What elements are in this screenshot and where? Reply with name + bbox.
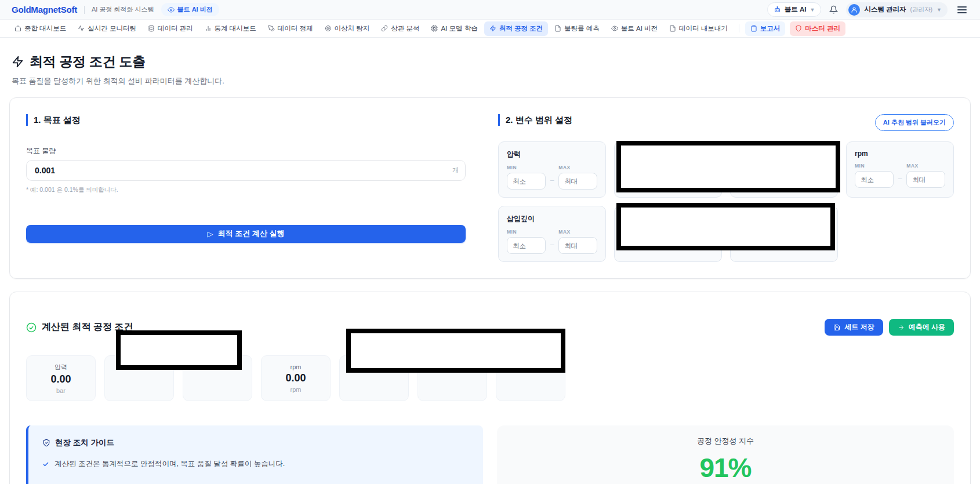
goal-unit-label: 개	[452, 166, 459, 174]
chevron-down-icon: ▼	[937, 7, 942, 13]
check-icon	[42, 461, 49, 468]
range-dash: –	[550, 176, 554, 190]
bolt-icon	[12, 56, 24, 68]
nav-item-data-management[interactable]: 데이터 관리	[143, 21, 198, 36]
max-label: MAX	[558, 229, 597, 235]
robot-icon	[774, 6, 781, 13]
activity-icon	[78, 25, 85, 32]
bolt-ai-label: 볼트 AI	[785, 5, 807, 14]
nav-item-realtime-monitoring[interactable]: 실시간 모니터링	[72, 21, 141, 36]
bar-chart-icon	[205, 25, 212, 32]
shield-check-icon	[42, 439, 50, 447]
max-label: MAX	[558, 165, 597, 170]
min-label: MIN	[507, 229, 546, 235]
divider	[739, 24, 739, 32]
goal-section-title: 1. 목표 설정	[26, 114, 466, 126]
document-icon	[554, 25, 561, 32]
clipboard-icon	[750, 25, 757, 32]
avatar	[848, 4, 860, 16]
main-nav: 종합 대시보드 실시간 모니터링 데이터 관리 통계 대시보드 데이터 정제 이…	[0, 20, 980, 38]
check-circle-icon	[26, 322, 37, 333]
rpm-min-input[interactable]	[855, 171, 894, 188]
nav-item-data-export[interactable]: 데이터 내보내기	[664, 21, 733, 36]
stability-value: 91%	[699, 452, 751, 483]
save-set-button[interactable]: 세트 저장	[825, 319, 883, 336]
nav-item-dashboard[interactable]: 종합 대시보드	[9, 21, 71, 36]
user-menu[interactable]: 시스템 관리자 (관리자) ▼	[846, 2, 948, 17]
goal-field-label: 목표 불량	[26, 146, 466, 156]
nav-item-bolt-ai-vision[interactable]: 볼트 AI 비전	[606, 21, 663, 36]
eye-icon	[168, 6, 175, 13]
nav-item-stats-dashboard[interactable]: 통계 대시보드	[199, 21, 262, 36]
result-card-pressure: 압력 0.00 bar	[26, 355, 96, 401]
stability-index-panel: 공정 안정성 지수 91% * 목표 달성 확률 및 데이터 신뢰도 기반	[497, 425, 954, 484]
database-icon	[148, 25, 155, 32]
redaction-box	[346, 329, 565, 373]
target-icon	[325, 25, 332, 32]
app-logo: GoldMagnetSoft	[12, 5, 77, 14]
rpm-max-input[interactable]	[906, 171, 945, 188]
main-content: 최적 공정 조건 도출 목표 품질을 달성하기 위한 최적의 설비 파라미터를 …	[0, 53, 980, 484]
goal-section: 1. 목표 설정 목표 불량 개 * 예: 0.001 은 0.1%를 의미합니…	[26, 114, 466, 262]
insert-depth-max-input[interactable]	[558, 237, 597, 254]
guide-message: 계산된 조건은 통계적으로 안정적이며, 목표 품질 달성 확률이 높습니다.	[55, 459, 285, 469]
stability-title: 공정 안정성 지수	[697, 436, 754, 446]
pressure-max-input[interactable]	[558, 173, 597, 190]
arrow-right-icon	[898, 324, 905, 331]
use-in-prediction-button[interactable]: 예측에 사용	[889, 319, 954, 336]
results-card: 계산된 최적 공정 조건 세트 저장 예측에 사용 압	[9, 292, 971, 484]
max-label: MAX	[906, 163, 945, 169]
vision-badge[interactable]: 볼트 AI 비전	[161, 3, 219, 16]
nav-item-ai-model-training[interactable]: AI 모델 학습	[426, 21, 482, 36]
guide-title: 현장 조치 가이드	[55, 438, 114, 448]
user-role: (관리자)	[910, 6, 933, 14]
parameter-box-pressure: 압력 MIN – MAX	[498, 141, 606, 198]
app-tagline: AI 공정 최적화 시스템	[92, 5, 154, 14]
model-icon	[431, 25, 438, 32]
result-card-rpm: rpm 0.00 rpm	[261, 355, 331, 401]
target-defect-input[interactable]	[26, 160, 466, 181]
ai-suggest-range-button[interactable]: AI 추천 범위 불러오기	[875, 114, 954, 131]
insert-depth-min-input[interactable]	[507, 237, 546, 254]
notification-bell-icon[interactable]	[829, 5, 838, 14]
nav-item-master-admin[interactable]: 마스터 관리	[790, 21, 845, 36]
bolt-icon	[489, 25, 496, 32]
field-action-guide-panel: 현장 조치 가이드 계산된 조건은 통계적으로 안정적이며, 목표 품질 달성 …	[26, 425, 483, 484]
nav-item-defect-prediction[interactable]: 불량률 예측	[549, 21, 605, 36]
pressure-min-input[interactable]	[507, 173, 546, 190]
vision-badge-label: 볼트 AI 비전	[177, 5, 213, 14]
divider	[84, 6, 85, 14]
nav-item-data-cleaning[interactable]: 데이터 정제	[263, 21, 318, 36]
user-name: 시스템 관리자	[864, 5, 906, 14]
redaction-box	[116, 330, 242, 370]
page-title: 최적 공정 조건 도출	[30, 53, 146, 71]
pen-icon	[268, 25, 275, 32]
page-subtitle: 목표 품질을 달성하기 위한 최적의 설비 파라미터를 계산합니다.	[12, 76, 971, 86]
top-bar: GoldMagnetSoft AI 공정 최적화 시스템 볼트 AI 비전 볼트…	[0, 0, 980, 20]
run-calculation-button[interactable]: ▷ 최적 조건 계산 실행	[26, 225, 466, 243]
range-dash: –	[550, 241, 554, 254]
nav-item-correlation-analysis[interactable]: 상관 분석	[376, 21, 424, 36]
ranges-section-title: 2. 변수 범위 설정	[498, 114, 572, 126]
save-icon	[833, 324, 840, 331]
link-icon	[381, 25, 388, 32]
bolt-ai-dropdown[interactable]: 볼트 AI ▼	[767, 2, 822, 17]
document-icon	[669, 25, 676, 32]
nav-item-anomaly-detection[interactable]: 이상치 탐지	[320, 21, 375, 36]
redaction-box	[616, 203, 835, 250]
range-dash: –	[898, 174, 902, 188]
nav-item-optimal-process[interactable]: 최적 공정 조건	[484, 21, 548, 36]
min-label: MIN	[507, 165, 546, 170]
min-label: MIN	[855, 163, 894, 169]
parameter-box-insert-depth: 삽입깊이 MIN – MAX	[498, 206, 606, 262]
hamburger-menu-icon[interactable]	[956, 5, 968, 15]
goal-hint: * 예: 0.001 은 0.1%를 의미합니다.	[26, 186, 466, 194]
home-icon	[14, 25, 21, 32]
eye-icon	[611, 25, 618, 32]
chevron-down-icon: ▼	[810, 7, 815, 13]
play-icon: ▷	[208, 230, 213, 238]
parameter-box-rpm: rpm MIN – MAX	[846, 141, 954, 198]
shield-icon	[795, 25, 802, 32]
nav-item-report[interactable]: 보고서	[745, 21, 786, 36]
redaction-box	[616, 141, 840, 192]
